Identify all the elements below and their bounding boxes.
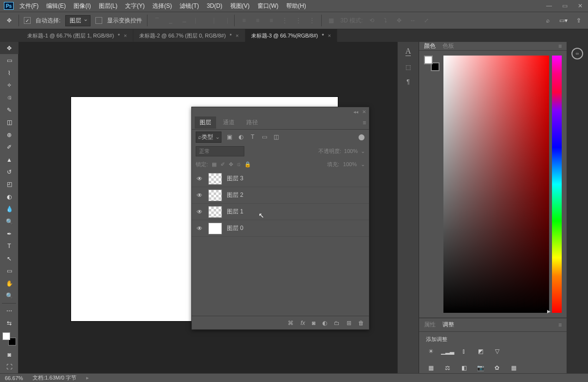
menu-image[interactable]: 图像(I) bbox=[74, 2, 91, 10]
layer-row[interactable]: 👁 图层 3 bbox=[192, 171, 369, 187]
document-tab[interactable]: 未标题-2 @ 66.7% (图层 0, RGB/8#)*× bbox=[133, 29, 245, 42]
menu-filter[interactable]: 滤镜(T) bbox=[180, 2, 199, 10]
saturation-box[interactable] bbox=[443, 56, 549, 313]
menu-type[interactable]: 文字(Y) bbox=[125, 2, 145, 10]
gradient-tool[interactable]: ◐ bbox=[0, 191, 18, 203]
layer-thumbnail[interactable] bbox=[208, 173, 222, 185]
eraser-tool[interactable]: ◰ bbox=[0, 178, 18, 191]
photo-filter-icon[interactable]: 📷 bbox=[476, 363, 485, 372]
panel-menu-icon[interactable]: ≡ bbox=[558, 322, 562, 328]
edit-toolbar-icon[interactable]: ⇆ bbox=[0, 317, 18, 329]
visibility-icon[interactable]: 👁 bbox=[196, 175, 203, 182]
menu-3d[interactable]: 3D(D) bbox=[207, 2, 222, 9]
menu-view[interactable]: 视图(V) bbox=[230, 2, 250, 10]
workspace-icon[interactable]: ▭▾ bbox=[559, 16, 568, 25]
swatches-tab[interactable]: 色板 bbox=[442, 42, 454, 50]
brightness-icon[interactable]: ☀ bbox=[426, 347, 436, 356]
hand-tool[interactable]: ✋ bbox=[0, 277, 18, 289]
status-arrow-icon[interactable]: ▸ bbox=[86, 375, 89, 381]
eyedropper-tool[interactable]: ✎ bbox=[0, 104, 18, 116]
visibility-icon[interactable]: 👁 bbox=[196, 225, 203, 232]
layer-name[interactable]: 图层 1 bbox=[227, 208, 243, 216]
blur-tool[interactable]: 💧 bbox=[0, 203, 18, 215]
panel-menu-icon[interactable]: ≡ bbox=[363, 119, 366, 126]
move-tool-icon[interactable]: ✥ bbox=[5, 16, 14, 25]
close-tab-icon[interactable]: × bbox=[124, 33, 127, 38]
panel-menu-icon[interactable]: ≡ bbox=[558, 43, 562, 50]
lock-image-icon[interactable]: ✐ bbox=[220, 161, 225, 168]
path-tool[interactable]: ↖ bbox=[0, 252, 18, 265]
3d-panel-icon[interactable]: ⬚ bbox=[405, 64, 411, 71]
character-panel-icon[interactable]: A bbox=[405, 47, 411, 56]
visibility-icon[interactable]: 👁 bbox=[196, 209, 203, 215]
crop-tool[interactable]: ⟃ bbox=[0, 92, 18, 104]
collapse-icon[interactable]: ◂◂ bbox=[353, 109, 358, 115]
menu-window[interactable]: 窗口(W) bbox=[257, 2, 278, 10]
shape-tool[interactable]: ▭ bbox=[0, 265, 18, 277]
layer-thumbnail[interactable] bbox=[208, 223, 222, 234]
vibrance-icon[interactable]: ▽ bbox=[492, 347, 502, 356]
bw-icon[interactable]: ◧ bbox=[459, 363, 469, 372]
layer-name[interactable]: 图层 2 bbox=[227, 191, 243, 199]
channel-mixer-icon[interactable]: ✿ bbox=[492, 363, 502, 372]
show-transform-checkbox[interactable] bbox=[95, 17, 102, 24]
zoom-tool[interactable]: 🔍 bbox=[0, 289, 18, 302]
filter-smart-icon[interactable]: ◫ bbox=[272, 133, 280, 141]
adjustment-layer-icon[interactable]: ◐ bbox=[322, 320, 327, 326]
layer-name[interactable]: 图层 3 bbox=[227, 174, 243, 183]
screen-mode-icon[interactable]: ⛶ bbox=[0, 361, 18, 373]
filter-pixel-icon[interactable]: ▣ bbox=[225, 133, 233, 141]
move-tool[interactable]: ✥ bbox=[0, 42, 18, 54]
layer-thumbnail[interactable] bbox=[208, 206, 222, 218]
brush-tool[interactable]: ✐ bbox=[0, 141, 18, 153]
layers-tab[interactable]: 图层 bbox=[195, 116, 216, 129]
lock-all-icon[interactable]: 🔒 bbox=[244, 161, 251, 168]
fill-value[interactable]: 100% bbox=[343, 161, 357, 167]
curves-icon[interactable]: ⫿ bbox=[459, 347, 469, 356]
layer-row[interactable]: 👁 图层 0 bbox=[192, 220, 369, 237]
menu-edit[interactable]: 编辑(E) bbox=[46, 2, 66, 10]
auto-select-target[interactable]: 图层 bbox=[65, 15, 91, 26]
adjustments-tab[interactable]: 调整 bbox=[442, 321, 454, 329]
foreground-background-colors[interactable] bbox=[2, 332, 16, 345]
paths-tab[interactable]: 路径 bbox=[241, 116, 263, 129]
channels-tab[interactable]: 通道 bbox=[218, 116, 239, 129]
lock-position-icon[interactable]: ✥ bbox=[229, 161, 233, 168]
delete-layer-icon[interactable]: 🗑 bbox=[358, 320, 364, 326]
close-button[interactable]: ✕ bbox=[576, 2, 584, 9]
history-brush-tool[interactable]: ↺ bbox=[0, 166, 18, 178]
layer-row[interactable]: 👁 图层 2 bbox=[192, 187, 369, 204]
layer-row[interactable]: 👁 图层 1 bbox=[192, 204, 369, 220]
document-info[interactable]: 文档:1.63M/0 字节 bbox=[33, 374, 76, 382]
text-tool[interactable]: T bbox=[0, 240, 18, 252]
close-tab-icon[interactable]: × bbox=[236, 33, 239, 38]
ruler-tool[interactable]: ◫ bbox=[0, 116, 18, 129]
close-panel-icon[interactable]: ✕ bbox=[362, 109, 366, 115]
lock-transparent-icon[interactable]: ▦ bbox=[212, 161, 217, 168]
levels-icon[interactable]: ▁▂▃ bbox=[442, 347, 452, 356]
close-tab-icon[interactable]: × bbox=[328, 33, 331, 38]
layer-mask-icon[interactable]: ◙ bbox=[312, 320, 315, 326]
color-tab[interactable]: 颜色 bbox=[424, 42, 436, 50]
menu-file[interactable]: 文件(F) bbox=[19, 2, 38, 10]
foreground-color[interactable] bbox=[2, 332, 10, 340]
pen-tool[interactable]: ✒ bbox=[0, 228, 18, 240]
visibility-icon[interactable]: 👁 bbox=[196, 192, 203, 199]
filter-adjustment-icon[interactable]: ◐ bbox=[237, 133, 245, 141]
lasso-tool[interactable]: ⌇ bbox=[0, 67, 18, 79]
blend-mode-select[interactable]: 正常 bbox=[196, 146, 244, 156]
document-tab[interactable]: 未标题-3 @ 66.7%(RGB/8#)*× bbox=[245, 29, 337, 42]
auto-select-checkbox[interactable] bbox=[24, 17, 31, 24]
hue-slider[interactable] bbox=[552, 56, 562, 313]
magic-wand-tool[interactable]: ✧ bbox=[0, 79, 18, 91]
layer-filter-type[interactable]: ⌕ 类型 bbox=[196, 132, 221, 143]
stamp-tool[interactable]: ▲ bbox=[0, 153, 18, 166]
layer-style-icon[interactable]: fx bbox=[300, 320, 305, 326]
color-lookup-icon[interactable]: ▦ bbox=[509, 363, 518, 372]
balance-icon[interactable]: ⚖ bbox=[442, 363, 452, 372]
search-icon[interactable]: ⌕ bbox=[543, 16, 552, 25]
document-tab[interactable]: 未标题-1 @ 66.7% (图层 1, RGB/8#)*× bbox=[21, 29, 133, 42]
opacity-value[interactable]: 100% bbox=[344, 148, 358, 154]
filter-toggle-icon[interactable]: ⬤ bbox=[357, 133, 365, 141]
group-icon[interactable]: 🗀 bbox=[334, 320, 340, 326]
